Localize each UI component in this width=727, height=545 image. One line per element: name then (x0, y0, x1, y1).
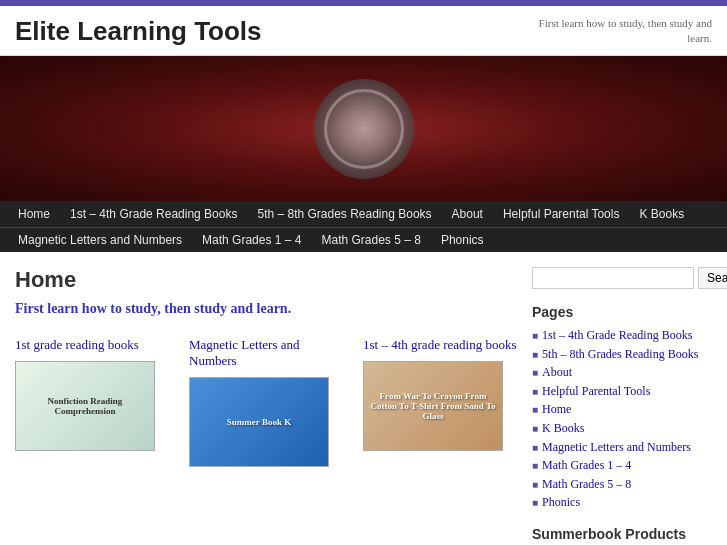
list-item: ■1st – 4th Grade Reading Books (532, 328, 712, 344)
sidebar-page-link[interactable]: Math Grades 1 – 4 (542, 458, 631, 474)
list-bullet: ■ (532, 404, 538, 415)
book-image: Summer Book K (189, 377, 329, 467)
book-column: 1st – 4th grade reading booksFrom War To… (363, 337, 517, 467)
site-tagline: First learn how to study, then study and… (532, 16, 712, 47)
sidebar-page-link[interactable]: Magnetic Letters and Numbers (542, 440, 691, 456)
search-button[interactable]: Search (698, 267, 727, 289)
list-bullet: ■ (532, 497, 538, 508)
list-item: ■Magnetic Letters and Numbers (532, 440, 712, 456)
sidebar-page-link[interactable]: Home (542, 402, 571, 418)
sidebar-page-link[interactable]: Helpful Parental Tools (542, 384, 650, 400)
nav-main-item[interactable]: 5th – 8th Grades Reading Books (247, 201, 441, 227)
list-bullet: ■ (532, 330, 538, 341)
hero-image (0, 56, 727, 201)
book-grid: 1st grade reading booksNonfiction Readin… (15, 337, 517, 467)
pages-title: Pages (532, 304, 712, 320)
search-input[interactable] (532, 267, 694, 289)
header: Elite Learning Tools First learn how to … (0, 6, 727, 56)
nav-main-item[interactable]: About (442, 201, 493, 227)
hero-pattern (0, 56, 727, 201)
content-wrapper: Home First learn how to study, then stud… (0, 252, 727, 545)
sidebar-page-link[interactable]: Math Grades 5 – 8 (542, 477, 631, 493)
search-box: Search (532, 267, 712, 289)
list-bullet: ■ (532, 442, 538, 453)
navigation: Home1st – 4th Grade Reading Books5th – 8… (0, 201, 727, 252)
sidebar-page-link[interactable]: Phonics (542, 495, 580, 511)
list-item: ■Math Grades 5 – 8 (532, 477, 712, 493)
nav-sub-item[interactable]: Phonics (431, 228, 494, 252)
list-bullet: ■ (532, 386, 538, 397)
nav-sub-item[interactable]: Magnetic Letters and Numbers (8, 228, 192, 252)
book-image: Nonfiction Reading Comprehension (15, 361, 155, 451)
sidebar-page-link[interactable]: 5th – 8th Grades Reading Books (542, 347, 698, 363)
nav-sub: Magnetic Letters and NumbersMath Grades … (0, 227, 727, 252)
site-title: Elite Learning Tools (15, 16, 262, 47)
sidebar-page-link[interactable]: About (542, 365, 572, 381)
nav-main-item[interactable]: Helpful Parental Tools (493, 201, 630, 227)
list-item: ■5th – 8th Grades Reading Books (532, 347, 712, 363)
list-item: ■About (532, 365, 712, 381)
sidebar-page-link[interactable]: K Books (542, 421, 584, 437)
list-item: ■K Books (532, 421, 712, 437)
sidebar-page-link[interactable]: 1st – 4th Grade Reading Books (542, 328, 692, 344)
list-bullet: ■ (532, 367, 538, 378)
nav-main-item[interactable]: 1st – 4th Grade Reading Books (60, 201, 247, 227)
nav-sub-item[interactable]: Math Grades 1 – 4 (192, 228, 311, 252)
page-heading: Home (15, 267, 517, 293)
book-link[interactable]: 1st grade reading books (15, 337, 139, 353)
pages-list: ■1st – 4th Grade Reading Books■5th – 8th… (532, 328, 712, 511)
list-bullet: ■ (532, 460, 538, 471)
list-item: ■Math Grades 1 – 4 (532, 458, 712, 474)
list-bullet: ■ (532, 349, 538, 360)
page-tagline: First learn how to study, then study and… (15, 301, 517, 317)
products-title: Summerbook Products (532, 526, 712, 542)
book-image: From War To Crayon From Cotton To T-Shir… (363, 361, 503, 451)
book-column: Magnetic Letters and NumbersSummer Book … (189, 337, 343, 467)
list-bullet: ■ (532, 423, 538, 434)
nav-main-item[interactable]: Home (8, 201, 60, 227)
nav-main: Home1st – 4th Grade Reading Books5th – 8… (0, 201, 727, 227)
list-item: ■Helpful Parental Tools (532, 384, 712, 400)
book-column: 1st grade reading booksNonfiction Readin… (15, 337, 169, 467)
list-bullet: ■ (532, 479, 538, 490)
hero-spiral (324, 89, 404, 169)
book-link[interactable]: Magnetic Letters and Numbers (189, 337, 343, 369)
book-link[interactable]: 1st – 4th grade reading books (363, 337, 516, 353)
nav-main-item[interactable]: K Books (629, 201, 694, 227)
nav-sub-item[interactable]: Math Grades 5 – 8 (311, 228, 430, 252)
list-item: ■Phonics (532, 495, 712, 511)
list-item: ■Home (532, 402, 712, 418)
main-content: Home First learn how to study, then stud… (15, 267, 517, 545)
sidebar: Search Pages ■1st – 4th Grade Reading Bo… (532, 267, 712, 545)
